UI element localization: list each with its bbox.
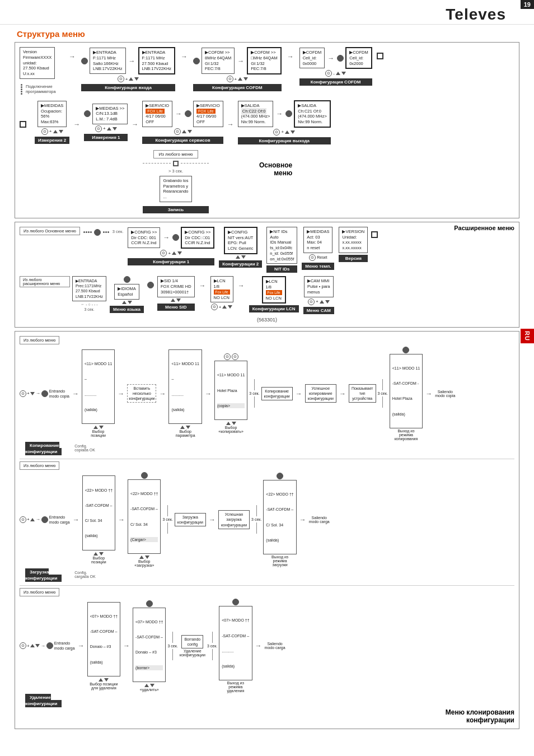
- config1-group: ▶CONFIG >> Dir CDC: 001 CCIR N.Z.Ind → ▶…: [128, 227, 214, 265]
- label-servicios: Конфигурация сервисов: [142, 137, 223, 144]
- from-basic-menu-label: Из любого Основное меню: [20, 227, 80, 235]
- from-any-copy-label: Из любого меню: [20, 336, 59, 344]
- arrow-icon: →: [72, 516, 81, 524]
- label-nit: NIT IDs: [266, 265, 297, 273]
- copy-step2-box: <11> MODO 11 – ........... (salida): [168, 349, 202, 424]
- arrow-icon: →: [236, 57, 245, 65]
- arrow-icon: →: [338, 390, 347, 398]
- version-group: ▶VERSION Unidad: x.xx.xxxxx x.xx.xxxxx В…: [339, 227, 368, 262]
- cofdm-box1: ▶COFDM >> 8MHz 64QAM GI:1/32 FEC:7/8: [202, 48, 235, 74]
- arrow-icon-2: →: [180, 53, 189, 60]
- delete-step2-box: <07> MODO †† -SAT-COFDM – Donaio – #3 (b…: [133, 608, 166, 682]
- arrow-icon: →: [208, 516, 217, 524]
- arrow-icon: →: [77, 642, 86, 650]
- medidas2-box: ▶MEDIDAS Ocupacion: 56% Max:63%: [38, 101, 67, 127]
- label-salida: Конфигурация выхода: [238, 137, 331, 144]
- idioma-box: ▶IDIOMA Español: [114, 284, 139, 300]
- section-title: Структура меню: [17, 29, 517, 39]
- medidas-temp-group: ▶MEDIDAS Act: 03 Max: 04 n reset ⊙ Reset…: [302, 227, 334, 270]
- arrow-icon: →: [275, 110, 284, 118]
- copy-title-label: Копированиеконфигурации: [25, 442, 62, 455]
- televes-logo: Televes: [446, 6, 506, 24]
- config2-box: ▶CONFIG NIT vers:AUT EPG: Pull LCN: Gene…: [224, 227, 257, 254]
- arrow-icon: →: [72, 120, 81, 128]
- extended-menu-area: Расширенное меню Из любого Основное меню…: [15, 222, 519, 328]
- arrow-icon: →: [117, 516, 126, 524]
- label-config1: Конфигурации 1: [128, 258, 214, 265]
- entrada-ext-box: ▶ENTRADA Prec:1171MHz 27.500 Kbaud LNB:1…: [72, 276, 106, 301]
- lcn2-box: ▶LCN 1/8 Fox Life NO LCN: [262, 276, 286, 304]
- idioma-group: ▶IDIOMA Español Меню языка: [110, 276, 144, 313]
- extended-menu-title: Расширенное меню: [454, 225, 514, 231]
- entrada-box2: ▶ENTRADA F:1171 MHz 27.500 Kbaud LNB:17V…: [138, 47, 176, 74]
- label-medidas1: Измерения 1: [84, 134, 128, 141]
- main-menu-label: Основное меню: [259, 161, 292, 177]
- cam-box: ▶CAM MMI Pulse • para menus: [304, 276, 334, 297]
- sid-group: ▶SID 1/4 FOX CRIME HD 30981>00001† Меню …: [157, 276, 195, 310]
- deleting-box: Borrando config: [181, 635, 203, 648]
- medidas1-box: ▶MEDIDAS >> C/N:13.1dB L.M.: 7.4dB: [92, 104, 128, 124]
- medidas2-group: ▶MEDIDAS Ocupacion: 56% Max:63% ⊙ + Изме…: [35, 101, 69, 144]
- salida-box1: ▶SALIDA Ch:C22 Of:0 (474.000 MHz> Niv:99…: [238, 101, 274, 127]
- servicio-box2: ▶SERVICIO FOX Life 4/17 06/00 OFF: [193, 101, 223, 127]
- show-type-box: Показывает тип устройства: [349, 384, 376, 403]
- sid-box: ▶SID 1/4 FOX CRIME HD 30981>00001†: [157, 276, 195, 297]
- copy-step3-box: <11> MODO 11 Hotel Plaza (copia>: [214, 361, 247, 420]
- arrow-icon: →: [294, 390, 303, 398]
- from-any-menu-label: Из любого меню: [153, 150, 198, 158]
- medidas-temp-box: ▶MEDIDAS Act: 03 Max: 04 n reset: [303, 227, 332, 253]
- medidas1-group: ▶MEDIDAS >> C/N:13.1dB L.M.: 7.4dB ⊙ + И…: [84, 104, 128, 141]
- arrow-icon: →: [130, 120, 139, 128]
- loading-box: Загрузка конфигурации: [175, 513, 206, 526]
- success-copy-box: Успешное копирование конфигурации: [305, 384, 336, 403]
- version-box: Version FirmwareXXXX unidad: 27.500 Kbau…: [20, 47, 55, 79]
- delete-final-box: <07> MODO †† -SAT-COFDM – ........... (s…: [219, 606, 252, 680]
- version-box2: ▶VERSION Unidad: x.xx.xxxxx x.xx.xxxxx: [339, 227, 368, 253]
- label-medidas-temp: Меню темп.: [302, 263, 334, 270]
- arrow-icon: →: [174, 110, 183, 118]
- arrow-icon: →: [326, 54, 335, 62]
- arrow-icon: →: [424, 390, 433, 398]
- delete-title-label: Удалениеконфигурации: [25, 694, 62, 707]
- label-version: Версия: [339, 255, 368, 262]
- copy-step1-box: <11> MODO 11 – ........... (salida): [82, 349, 115, 424]
- config-entrada-group: ▶ENTRADA F:1171 MHz Salto:166KHz LNB:17V…: [81, 47, 175, 91]
- servicios-group: ▶SERVICIO FOX Life 4/17 06/00 OFF → ▶SER…: [142, 101, 223, 144]
- arrow-icon: →: [198, 282, 207, 290]
- arrow-icon: →: [226, 120, 235, 128]
- config2-group: ▶CONFIG NIT vers:AUT EPG: Pull LCN: Gene…: [219, 227, 262, 268]
- success-load-box: Успешная загрузка конфигурации: [218, 510, 250, 529]
- cam-group: ▶CAM MMI Pulse • para menus ⊙ + Меню CAM: [303, 276, 334, 314]
- copy-final-box: <11> MODO 11 -SAT-COFDM - Hotel Plaza (s…: [390, 354, 423, 428]
- entrada-box1: ▶ENTRADA F:1171 MHz Salto:166KHz LNB:17V…: [90, 48, 126, 74]
- connection-note: Подключение программатора: [26, 84, 56, 94]
- arrow-icon: →: [162, 234, 171, 241]
- label-lcn: Конфигурации LCN: [249, 305, 299, 312]
- arrow-icon: →: [204, 390, 213, 398]
- config1-box2: ▶CONFIG >> Dir CDC: □01 CCIR N.Z.Ind: [181, 227, 214, 249]
- cofdm2-box2: ▶COFDM Cell_id: 0x2000: [345, 47, 372, 69]
- arrow-icon: →: [298, 516, 307, 524]
- label-sid: Меню SID: [157, 304, 195, 311]
- time-label: > 3 сек.: [168, 169, 183, 174]
- page-number-badge: 19: [521, 0, 534, 9]
- nit-box: ▶NIT IDs Auto IDs Manual ts_id:0x04fc n_…: [266, 227, 297, 264]
- arrow-icon: →: [71, 390, 80, 398]
- label-zapisk: Запись: [143, 206, 209, 213]
- cofdm2-box1: ▶COFDM Cell_id: 0x0000: [299, 48, 325, 68]
- salida-box2: ▶SALIDA Ch:C21 Of:0 (474.000 MHz> Niv:99…: [294, 100, 331, 128]
- cofdm-box2: ▶COFDM >> □MHz 64QAM GI:1/32 FEC:7/8: [247, 47, 281, 74]
- label-medidas2: Измерения 2: [35, 137, 69, 144]
- arrow-icon: →: [122, 642, 131, 650]
- from-any-delete-label: Из любого меню: [20, 588, 59, 596]
- label-config-entrada: Конфигурация входа: [81, 84, 175, 91]
- code-label: (563301): [257, 317, 277, 323]
- load-step1-box: <22> MODO †† -SAT-COFDM – C/ Sol. 34 (sa…: [82, 475, 115, 550]
- arrow-icon: →: [128, 57, 137, 65]
- config-cofdm2-group: ▶COFDM Cell_id: 0x0000 → ▶COFDM Cell_id:…: [299, 47, 372, 86]
- delete-step1-box: <07> MODO †† -SAT-COFDM – Donaio – #3 (s…: [87, 602, 120, 676]
- top-diagram-area: Version FirmwareXXXX unidad: 27.500 Kbau…: [15, 42, 519, 218]
- arrow-icon: →: [237, 282, 246, 290]
- nit-group: ▶NIT IDs Auto IDs Manual ts_id:0x04fc n_…: [266, 227, 297, 273]
- load-final-box: <22> MODO †† -SAT-COFDM – C/ Sol. 34 (sa…: [263, 480, 296, 554]
